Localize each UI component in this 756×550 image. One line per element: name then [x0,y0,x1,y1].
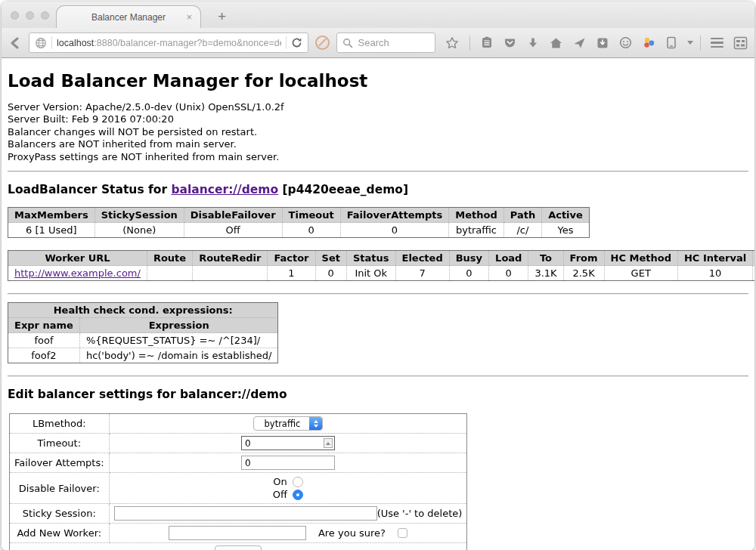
form-row-failover-attempts: Failover Attempts: [10,453,467,473]
table-header-row: MaxMembers StickySession DisableFailover… [8,208,590,223]
cell-active: Yes [542,223,590,238]
table-header-row: Expr name Expression [8,318,278,333]
loadbalancer-status-heading: LoadBalancer Status for balancer://demo … [8,183,748,196]
colored-dots-extension-icon[interactable] [643,36,655,49]
cell-route [147,266,192,281]
balancer-status-table: MaxMembers StickySession DisableFailover… [8,207,590,238]
url-text: localhost:8880/balancer-manager?b=demo&n… [57,38,281,48]
responsive-device-icon[interactable] [666,36,677,49]
lbmethod-selected-value: bytraffic [254,417,310,430]
submit-button[interactable]: Submit [215,545,261,550]
divider [8,293,748,295]
form-row-submit: Submit [10,543,467,550]
minimize-window-button[interactable] [26,11,34,20]
cell-to: 3.1K [528,266,563,281]
col-busy: Busy [449,251,488,266]
radio-on-label: On [273,475,287,488]
reload-icon[interactable] [291,37,302,48]
table-header-row: Worker URL Route RouteRedir Factor Set S… [8,251,755,266]
disable-failover-on-radio[interactable] [293,477,303,487]
disable-failover-off-radio[interactable] [293,490,303,500]
timeout-input[interactable] [241,436,335,450]
site-identity-globe-icon[interactable] [35,37,47,49]
cell-worker-url: http://www.example.com/ [8,266,147,281]
col-route: Route [147,251,192,266]
add-worker-label: Add New Worker: [10,524,110,543]
col-factor: Factor [268,251,315,266]
search-bar[interactable] [336,32,435,53]
failover-attempts-input[interactable] [241,456,335,470]
worker-url-link[interactable]: http://www.example.com/ [14,267,141,279]
send-plane-icon[interactable] [573,37,586,49]
health-table-title: Health check cond. expressions: [8,303,278,318]
back-button[interactable] [8,36,22,50]
col-elected: Elected [395,251,449,266]
number-stepper-icon[interactable] [324,438,333,448]
cell-expr-name: foof [8,333,80,348]
new-tab-button[interactable]: + [213,5,231,28]
col-expr-name: Expr name [8,318,80,333]
pocket-icon[interactable] [503,37,516,49]
table-row: http://www.example.com/ 1 0 Init Ok 7 0 … [8,266,755,281]
cell-hc-method: GET [604,266,677,281]
col-routeredir: RouteRedir [193,251,268,266]
health-check-table: Health check cond. expressions: Expr nam… [8,302,278,363]
home-icon[interactable] [550,37,562,49]
col-method: Method [449,208,503,223]
browser-window: Balancer Manager × + localhost:8880/bala… [2,2,754,550]
divider [8,375,748,377]
cell-elected: 7 [395,266,449,281]
menu-hamburger-icon[interactable] [711,38,723,48]
are-you-sure-label: Are you sure? [318,527,386,539]
tab-groups-icon[interactable] [733,36,748,50]
form-row-add-worker: Add New Worker: Are you sure? [10,524,467,543]
zoom-window-button[interactable] [41,11,49,20]
close-window-button[interactable] [11,11,19,20]
search-input[interactable] [357,36,429,49]
cell-status: Init Ok [346,266,395,281]
lbmethod-select[interactable]: bytraffic [253,416,324,431]
form-row-disable-failover: Disable Failover: On Off [10,473,467,504]
cell-stickysession: (None) [94,223,184,238]
tab-bar: Balancer Manager × + [2,2,754,28]
col-timeout: Timeout [282,208,340,223]
search-icon [342,38,353,48]
col-active: Active [542,208,590,223]
url-bar[interactable]: localhost:8880/balancer-manager?b=demo&n… [29,32,308,53]
sticky-session-input[interactable] [114,506,377,521]
form-row-sticky-session: Sticky Session: (Use '-' to delete) [10,504,467,524]
select-arrows-icon [309,417,322,430]
server-info-line: Balancer changes will NOT be persisted o… [8,126,748,138]
table-title-row: Health check cond. expressions: [8,303,278,318]
url-host: localhost [57,38,94,48]
overflow-caret-icon[interactable] [687,41,693,45]
tab-close-icon[interactable]: × [186,12,192,22]
reading-list-icon[interactable] [481,36,493,49]
cell-timeout: 0 [282,223,340,238]
save-to-device-icon[interactable] [596,37,609,49]
status-heading-prefix: LoadBalancer Status for [8,183,171,196]
downloads-icon[interactable] [527,37,539,49]
col-from: From [563,251,604,266]
divider [8,171,748,172]
bookmark-star-icon[interactable] [445,36,459,50]
server-info-line: Server Version: Apache/2.5.0-dev (Unix) … [8,101,748,113]
server-info: Server Version: Apache/2.5.0-dev (Unix) … [8,101,748,163]
toolbar-divider [700,36,701,51]
urlbar-divider [51,36,52,49]
page-content: Load Balancer Manager for localhost Serv… [2,58,754,550]
balancer-demo-link[interactable]: balancer://demo [171,183,278,196]
col-hc-interval: HC Interval [677,251,752,266]
form-row-lbmethod: LBmethod: bytraffic [10,414,467,434]
add-worker-input[interactable] [169,526,306,540]
cell-expression: %{REQUEST_STATUS} =~ /^[234]/ [79,333,278,348]
are-you-sure-checkbox[interactable] [398,528,407,538]
browser-tab[interactable]: Balancer Manager × [56,5,201,28]
edit-balancer-form: LBmethod: bytraffic Timeout: [9,413,467,550]
table-row: foof2 hc('body') =~ /domain is establish… [8,348,278,363]
navigation-toolbar: localhost:8880/balancer-manager?b=demo&n… [2,28,754,58]
col-set: Set [315,251,346,266]
col-hc-method: HC Method [604,251,677,266]
content-blocked-icon[interactable] [315,36,330,50]
chat-smiley-icon[interactable] [619,36,632,49]
